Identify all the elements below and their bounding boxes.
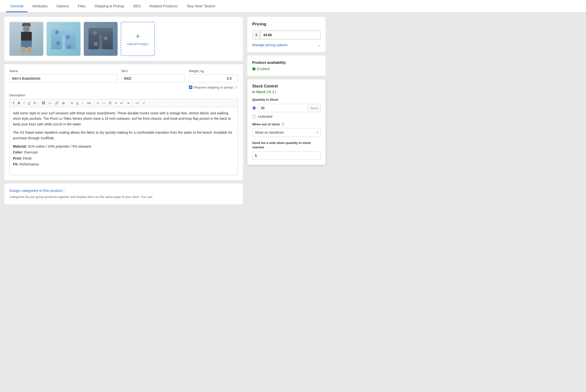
person-image <box>19 26 34 52</box>
weight-input[interactable] <box>189 74 238 82</box>
stock-control-card: Stock Control In Stock (35 it.) Quantity… <box>247 79 326 165</box>
out-of-stock-label: When out of stock i <box>252 122 320 126</box>
tab-shipping[interactable]: Shipping & Pickup <box>90 0 128 12</box>
toolbar-bullets[interactable]: ☰ <box>108 101 113 105</box>
weight-group: Weight, kg Requires shipping or pickup ⓘ <box>189 69 238 90</box>
upload-images-button[interactable]: + Upload Images <box>121 22 155 56</box>
qty-specific-radio[interactable] <box>252 106 256 110</box>
toolbar-strikethrough[interactable]: S <box>32 101 37 105</box>
upload-label: Upload Images <box>127 42 148 46</box>
toolbar-bold[interactable]: B <box>16 101 21 105</box>
toolbar-align-left[interactable]: ≡ <box>96 101 100 105</box>
assign-categories-link[interactable]: Assign categories to this product › <box>9 188 238 192</box>
images-card: + Upload Images <box>4 17 243 61</box>
help-icon: ⓘ <box>234 85 238 90</box>
toolbar-divider-4 <box>132 101 132 105</box>
main-layout: + Upload Images Name SKU Weight, kg <box>0 12 330 209</box>
manage-pricing-link[interactable]: Manage pricing options ⌄ <box>252 42 320 47</box>
toolbar-image[interactable]: 🖼 <box>40 101 46 105</box>
toolbar-italic[interactable]: I <box>22 101 26 105</box>
tabs-bar: General Attributes Options Files Shippin… <box>0 0 586 12</box>
image-thumb-1[interactable] <box>9 22 44 56</box>
notify-input[interactable] <box>252 152 320 160</box>
tab-buynow[interactable]: "Buy Now" Button <box>182 0 220 12</box>
toolbar-ordered[interactable]: ≡ <box>114 101 118 105</box>
qty-options: items Unlimited <box>252 104 320 118</box>
toolbar-paragraph[interactable]: ¶ <box>12 101 16 105</box>
right-column: Pricing $ Manage pricing options ⌄ Produ… <box>247 17 326 204</box>
requires-shipping-label: Requires shipping or pickup <box>194 86 233 89</box>
dark-shorts-image <box>88 28 113 50</box>
blue-shorts-image <box>51 28 76 50</box>
plus-icon: + <box>136 32 140 40</box>
weight-label: Weight, kg <box>189 69 238 73</box>
toolbar-link[interactable]: 🔗 <box>54 101 60 105</box>
price-input[interactable] <box>260 31 320 39</box>
image-thumb-3[interactable] <box>84 22 118 56</box>
availability-card: Product availability Enabled <box>247 56 326 76</box>
qty-unlimited-radio[interactable] <box>252 114 256 118</box>
categories-card: Assign categories to this product › Cate… <box>4 184 243 204</box>
weight-input-wrapper <box>189 74 238 82</box>
qty-number-input[interactable] <box>258 104 308 112</box>
notify-section: Send me a note when quantity in stock re… <box>252 141 320 160</box>
toolbar-indent[interactable]: ⇥ <box>125 101 130 105</box>
in-stock-status: In Stock (35 it.) <box>252 90 320 94</box>
toolbar-fullscreen[interactable]: ⤢ <box>141 101 146 105</box>
name-input[interactable] <box>9 74 117 82</box>
toolbar-divider-3 <box>94 101 94 105</box>
out-of-stock-select[interactable]: Show on storefront Hide product Allow pu… <box>252 128 320 137</box>
assign-categories-chevron: › <box>63 188 64 192</box>
description-editor[interactable]: Add some style to your surf sessions wit… <box>9 107 238 175</box>
editor-toolbar: ¶ B I U S 🖼 ▭ 🔗 ⊞ A A ↕ Aa ≡ <box>9 99 238 107</box>
qty-specific-option: items <box>252 104 320 112</box>
image-thumb-2[interactable] <box>46 22 81 56</box>
product-details-card: Name SKU Weight, kg Requires shipping or… <box>4 64 243 180</box>
in-stock-items: (35 it.) <box>266 90 276 94</box>
sku-label: SKU <box>121 69 185 73</box>
requires-shipping-checkbox[interactable] <box>189 86 192 89</box>
toolbar-table[interactable]: ⊞ <box>61 101 66 105</box>
status-dot <box>252 67 256 71</box>
qty-input-row: items <box>258 104 320 112</box>
availability-title: Product availability <box>252 60 320 64</box>
left-column: + Upload Images Name SKU Weight, kg <box>4 17 243 204</box>
stock-title: Stock Control <box>252 84 320 88</box>
tab-files[interactable]: Files <box>73 0 90 12</box>
description-section: Description ¶ B I U S 🖼 ▭ 🔗 ⊞ A A ↕ A <box>9 93 238 175</box>
tab-attributes[interactable]: Attributes <box>28 0 52 12</box>
shipping-checkbox-row: Requires shipping or pickup ⓘ <box>189 85 238 90</box>
sku-group: SKU <box>121 69 185 90</box>
toolbar-line-height[interactable]: ↕ <box>81 101 85 105</box>
tab-general[interactable]: General <box>6 0 28 12</box>
unlimited-label: Unlimited <box>258 114 272 118</box>
description-label: Description <box>9 93 238 97</box>
toolbar-source[interactable]: <> <box>134 101 140 105</box>
toolbar-bg-color[interactable]: A <box>75 101 80 105</box>
in-stock-label: In Stock <box>252 90 266 94</box>
sku-input[interactable] <box>121 74 185 82</box>
tab-related[interactable]: Related Products <box>145 0 182 12</box>
name-label: Name <box>9 69 117 73</box>
name-sku-weight-row: Name SKU Weight, kg Requires shipping or… <box>9 69 238 90</box>
toolbar-outdent[interactable]: ⇤ <box>119 101 124 105</box>
toolbar-divider-1 <box>38 101 39 105</box>
availability-status-label: Enabled <box>257 67 270 71</box>
out-of-stock-select-wrapper: Show on storefront Hide product Allow pu… <box>252 128 320 137</box>
tab-seo[interactable]: SEO <box>128 0 145 12</box>
out-of-stock-section: When out of stock i Show on storefront H… <box>252 122 320 137</box>
toolbar-hr[interactable]: — <box>101 101 106 105</box>
qty-unlimited-option: Unlimited <box>252 114 320 118</box>
name-group: Name <box>9 69 117 90</box>
images-section: + Upload Images <box>9 22 238 56</box>
toolbar-underline[interactable]: U <box>27 101 31 105</box>
categories-description: Categories let you group products togeth… <box>9 194 238 200</box>
tab-options[interactable]: Options <box>52 0 74 12</box>
toolbar-font-size[interactable]: Aa <box>86 101 92 105</box>
toolbar-media[interactable]: ▭ <box>47 101 52 105</box>
currency-symbol: $ <box>252 30 260 39</box>
qty-unit: items <box>308 104 320 112</box>
manage-pricing-chevron: ⌄ <box>318 42 320 47</box>
price-input-wrapper: $ <box>252 30 320 40</box>
toolbar-font-color[interactable]: A <box>70 101 74 105</box>
